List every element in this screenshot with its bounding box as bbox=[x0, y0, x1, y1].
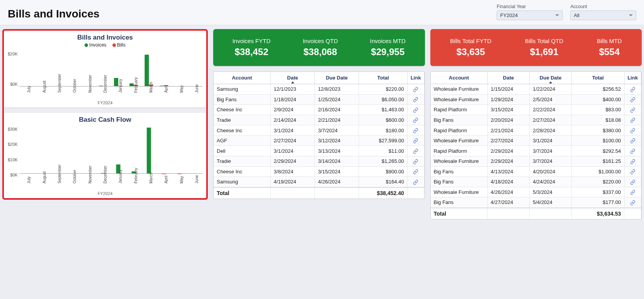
row-link-button[interactable] bbox=[624, 187, 641, 197]
x-tick-label: September bbox=[57, 82, 71, 93]
x-tick-label: November bbox=[88, 173, 101, 183]
row-link-button[interactable] bbox=[407, 135, 424, 146]
cell-total: $18.08 bbox=[571, 115, 624, 125]
cell-date: 3/1/2024 bbox=[271, 146, 315, 156]
cell-due-date: 2/16/2024 bbox=[315, 105, 359, 115]
row-link-button[interactable] bbox=[407, 166, 424, 177]
table-row[interactable]: Tradie2/29/20243/14/2024$1,265.00 bbox=[214, 156, 424, 166]
bar-group[interactable] bbox=[67, 127, 78, 176]
x-tick-label: September bbox=[57, 173, 71, 183]
filter-account-select[interactable]: All bbox=[570, 10, 636, 20]
bar-group[interactable] bbox=[174, 127, 185, 176]
table-row[interactable]: Rapid Platform2/21/20242/28/2024$380.00 bbox=[431, 125, 641, 136]
table-row[interactable]: Wholesale Furniture2/27/20243/1/2024$100… bbox=[431, 135, 641, 146]
table-row[interactable]: Big Fans4/18/20244/24/2024$220.00 bbox=[431, 177, 641, 187]
table-row[interactable]: Rapid Platform2/29/20243/7/2024$292.54 bbox=[431, 146, 641, 156]
col-due-date[interactable]: Due Date bbox=[530, 72, 572, 84]
col-link[interactable]: Link bbox=[407, 72, 424, 84]
table-row[interactable]: AGF2/27/20243/12/2024$27,599.00 bbox=[214, 135, 424, 146]
row-link-button[interactable] bbox=[624, 115, 641, 125]
table-row[interactable]: Cheese Inc3/1/20243/7/2024$180.00 bbox=[214, 125, 424, 136]
cell-total: $600.00 bbox=[359, 115, 407, 125]
table-row[interactable]: Wholesale Furniture4/26/20245/3/2024$337… bbox=[431, 187, 641, 197]
table-row[interactable]: Tradie2/14/20242/21/2024$600.00 bbox=[214, 115, 424, 125]
cell-due-date: 2/28/2024 bbox=[530, 125, 572, 136]
bar-group[interactable] bbox=[113, 127, 124, 176]
row-link-button[interactable] bbox=[624, 177, 641, 187]
cell-date: 3/15/2024 bbox=[487, 105, 530, 115]
cell-date: 4/13/2024 bbox=[487, 166, 530, 177]
link-icon bbox=[630, 189, 635, 195]
col-total[interactable]: Total bbox=[571, 72, 624, 84]
table-row[interactable]: Cheese Inc2/9/20242/16/2024$1,463.00 bbox=[214, 105, 424, 115]
table-row[interactable]: Rapid Platform3/15/20242/22/2024$83.00 bbox=[431, 105, 641, 115]
bills-total-row: Total $3,634.53 bbox=[431, 208, 642, 219]
link-icon bbox=[630, 179, 635, 185]
bar-group[interactable] bbox=[143, 127, 154, 176]
filter-fy-select[interactable]: FY2024 bbox=[497, 10, 563, 20]
cell-due-date: 2/5/2024 bbox=[530, 94, 572, 105]
table-row[interactable]: Samsung12/1/202312/8/2023$220.00 bbox=[214, 84, 424, 95]
row-link-button[interactable] bbox=[407, 125, 424, 136]
bills-table-scroll[interactable]: Account Date Due Date Total Link Wholesa… bbox=[431, 72, 642, 208]
cell-date: 2/21/2024 bbox=[487, 125, 530, 136]
row-link-button[interactable] bbox=[624, 135, 641, 146]
table-row[interactable]: Samsung4/19/20244/26/2024$164.40 bbox=[214, 177, 424, 187]
link-icon bbox=[413, 127, 418, 133]
table-row[interactable]: Big Fans1/18/20241/25/2024$6,050.00 bbox=[214, 94, 424, 105]
cell-total: $256.52 bbox=[571, 84, 624, 95]
row-link-button[interactable] bbox=[407, 84, 424, 95]
chart-bills-invoices[interactable]: Bills and Invoices Invoices Bills $20K $… bbox=[4, 31, 206, 107]
x-tick-label: February bbox=[134, 173, 147, 183]
row-link-button[interactable] bbox=[624, 84, 641, 95]
chart-cash-flow[interactable]: Basic Cash Flow $30K $20K $10K $0K JulyA… bbox=[4, 113, 206, 198]
row-link-button[interactable] bbox=[624, 197, 641, 208]
bar-group[interactable] bbox=[37, 127, 48, 176]
row-link-button[interactable] bbox=[407, 146, 424, 156]
table-row[interactable]: Wholesale Furniture1/29/20242/5/2024$400… bbox=[431, 94, 641, 105]
table-row[interactable]: Wholesale Furniture2/29/20243/7/2024$161… bbox=[431, 156, 641, 166]
bar-group[interactable] bbox=[189, 127, 200, 176]
col-account[interactable]: Account bbox=[431, 72, 488, 84]
row-link-button[interactable] bbox=[407, 177, 424, 187]
cell-date: 2/27/2024 bbox=[271, 135, 315, 146]
row-link-button[interactable] bbox=[407, 115, 424, 125]
legend-invoices: Invoices bbox=[85, 42, 107, 48]
x-tick-label: June bbox=[195, 173, 208, 183]
row-link-button[interactable] bbox=[407, 94, 424, 105]
row-link-button[interactable] bbox=[624, 156, 641, 166]
col-date[interactable]: Date bbox=[271, 72, 315, 84]
page-title: Bills and Invoices bbox=[8, 8, 100, 20]
filter-account-value: All bbox=[574, 12, 579, 18]
table-row[interactable]: Big Fans2/20/20242/27/2024$18.08 bbox=[431, 115, 641, 125]
cell-due-date: 4/20/2024 bbox=[530, 166, 572, 177]
bar-group[interactable] bbox=[143, 55, 154, 86]
table-row[interactable]: Wholesale Furniture1/15/20241/22/2024$25… bbox=[431, 84, 641, 95]
row-link-button[interactable] bbox=[624, 146, 641, 156]
table-row[interactable]: Cheese Inc3/8/20243/15/2024$900.00 bbox=[214, 166, 424, 177]
cell-total: $1,463.00 bbox=[359, 105, 407, 115]
row-link-button[interactable] bbox=[407, 156, 424, 166]
col-date[interactable]: Date bbox=[487, 72, 530, 84]
col-link[interactable]: Link bbox=[624, 72, 641, 84]
table-row[interactable]: Big Fans4/13/20244/20/2024$1,000.00 bbox=[431, 166, 641, 177]
row-link-button[interactable] bbox=[624, 166, 641, 177]
col-total[interactable]: Total bbox=[359, 72, 407, 84]
filter-account-label: Account bbox=[570, 4, 636, 9]
link-icon bbox=[413, 97, 418, 102]
row-link-button[interactable] bbox=[407, 105, 424, 115]
row-link-button[interactable] bbox=[624, 125, 641, 136]
x-tick-label: July bbox=[27, 82, 40, 93]
cell-due-date: 5/3/2024 bbox=[530, 187, 572, 197]
invoices-table-scroll[interactable]: Account Date Due Date Total Link Samsung… bbox=[214, 72, 425, 188]
table-row[interactable]: Big Fans4/27/20245/4/2024$177.00 bbox=[431, 197, 641, 208]
cell-due-date: 3/7/2024 bbox=[315, 125, 359, 136]
bar-group[interactable] bbox=[21, 127, 32, 176]
cell-date: 2/20/2024 bbox=[487, 115, 530, 125]
row-link-button[interactable] bbox=[624, 105, 641, 115]
col-account[interactable]: Account bbox=[214, 72, 271, 84]
row-link-button[interactable] bbox=[624, 94, 641, 105]
bar-group[interactable] bbox=[159, 127, 169, 176]
col-due-date[interactable]: Due Date bbox=[315, 72, 359, 84]
table-row[interactable]: Dell3/1/20243/13/2024$11.00 bbox=[214, 146, 424, 156]
